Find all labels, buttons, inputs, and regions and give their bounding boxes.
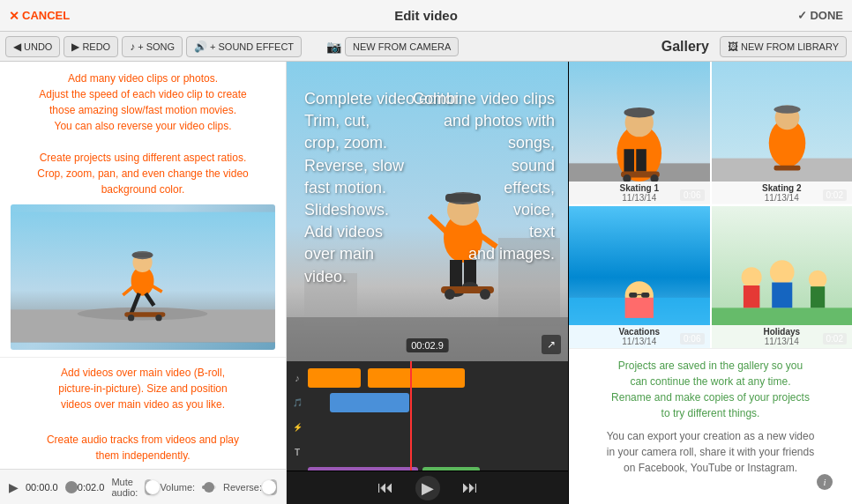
gallery-item-skating1[interactable]: 0:06 Skating 1 11/13/14 — [569, 62, 710, 204]
gallery-name-vacations: Vacations — [572, 327, 706, 337]
svg-rect-37 — [636, 149, 646, 171]
gallery-date-skating2: 11/13/14 — [715, 193, 849, 203]
library-icon: 🖼 — [728, 41, 738, 53]
gallery-caption-vacations: Vacations 11/13/14 — [569, 325, 710, 348]
svg-point-10 — [128, 315, 134, 321]
timeline-area: ♪ 🎵 ⚡ — [287, 361, 568, 504]
cancel-x-icon: ✕ — [9, 9, 19, 23]
clip-1-1[interactable] — [308, 368, 361, 388]
play-icon: ▶ — [9, 480, 19, 494]
gallery-date-skating1: 11/13/14 — [572, 193, 706, 203]
svg-rect-57 — [743, 285, 759, 307]
track-3-icon: ⚡ — [287, 423, 308, 432]
gallery-date-vacations: 11/13/14 — [572, 337, 706, 346]
left-bottom-description: Add videos over main video (B-roll, pict… — [11, 365, 275, 463]
video-background: Complete video editor. Trim, cut,crop, z… — [287, 62, 568, 361]
track-1-content[interactable] — [308, 368, 568, 388]
playhead[interactable] — [410, 361, 412, 471]
svg-point-30 — [480, 289, 490, 300]
video-timecode: 00:02.9 — [406, 338, 449, 352]
audio-progress-thumb[interactable] — [65, 481, 78, 493]
track-3-content[interactable] — [308, 418, 568, 437]
svg-point-56 — [741, 267, 761, 287]
left-bottom: Add videos over main video (B-roll, pict… — [0, 357, 286, 469]
gallery-name-holidays: Holidays — [715, 327, 849, 337]
sound-effect-label: + SOUND EFFECT — [210, 41, 294, 52]
undo-icon: ◀ — [13, 41, 21, 53]
volume-thumb[interactable] — [204, 482, 214, 493]
top-bar-left: ✕ CANCEL — [0, 9, 70, 23]
clip-5-2[interactable] — [422, 467, 480, 471]
play-pause-button[interactable]: ▶ — [415, 476, 440, 500]
timeline-tracks: ♪ 🎵 ⚡ — [287, 361, 568, 471]
gallery-item-vacations[interactable]: 0:06 Vacations 11/13/14 — [569, 206, 710, 349]
info-icon[interactable]: i — [817, 474, 833, 490]
clip-5-1[interactable] — [308, 467, 418, 471]
gallery-desc-green: Projects are saved in the gallery so you… — [581, 358, 840, 421]
track-4-icon: T — [287, 448, 308, 457]
track-2-content[interactable] — [308, 393, 568, 412]
new-from-library-button[interactable]: 🖼 NEW FROM LIBRARY — [720, 36, 847, 57]
add-sound-effect-button[interactable]: 🔊 + SOUND EFFECT — [186, 36, 302, 57]
new-from-camera-button[interactable]: NEW FROM CAMERA — [345, 37, 459, 56]
redo-icon: ▶ — [71, 41, 79, 53]
left-skater-image — [11, 204, 275, 350]
track-row-4: T — [287, 441, 568, 463]
toolbar: ◀ UNDO ▶ REDO ♪ + SONG 🔊 + SOUND EFFECT … — [0, 32, 852, 62]
gallery-item-holidays[interactable]: 0:02 Holidays 11/13/14 — [712, 206, 853, 349]
clip-2-1[interactable] — [330, 393, 409, 412]
svg-rect-6 — [132, 253, 152, 258]
go-to-end-button[interactable]: ⏭ — [458, 476, 482, 500]
left-description-1: Add many video clips or photos. Adjust t… — [11, 70, 275, 197]
gallery-name-skating2: Skating 2 — [715, 183, 849, 193]
redo-label: REDO — [82, 41, 110, 52]
track-row-2: 🎵 — [287, 391, 568, 414]
go-to-start-button[interactable]: ⏮ — [373, 476, 398, 500]
svg-point-60 — [808, 270, 826, 288]
svg-rect-59 — [772, 282, 792, 308]
track-4-content[interactable] — [308, 442, 568, 462]
gallery-caption-holidays: Holidays 11/13/14 — [712, 325, 853, 348]
track-row-3: ⚡ — [287, 416, 568, 439]
svg-point-35 — [624, 107, 654, 118]
gallery-title: Gallery — [661, 39, 709, 55]
volume-slider[interactable] — [202, 485, 216, 489]
svg-rect-52 — [641, 293, 649, 298]
left-panel: Add many video clips or photos. Adjust t… — [0, 62, 287, 504]
page-title: Edit video — [70, 8, 782, 23]
audio-controls: ▶ 00:00.0 00:02.0 Mute audio: Volume: Re… — [0, 469, 286, 504]
middle-panel: Complete video editor. Trim, cut,crop, z… — [287, 62, 569, 504]
top-bar-right: ✓ DONE — [782, 9, 852, 22]
mute-toggle[interactable] — [145, 479, 153, 495]
volume-label: Volume: — [160, 482, 195, 493]
cancel-label: CANCEL — [22, 9, 70, 22]
track-5-content[interactable] — [308, 467, 568, 471]
speaker-icon: 🔊 — [194, 41, 207, 53]
gallery-item-skating2[interactable]: 0:02 Skating 2 11/13/14 — [712, 62, 853, 204]
audio-time-start: 00:00.0 — [26, 482, 58, 493]
done-button[interactable]: ✓ DONE — [797, 9, 843, 22]
svg-point-45 — [774, 106, 800, 114]
svg-point-11 — [155, 315, 161, 321]
undo-button[interactable]: ◀ UNDO — [5, 36, 60, 57]
gallery-desc-gray: You can export your creation as a new vi… — [581, 428, 840, 476]
main-content: Add many video clips or photos. Adjust t… — [0, 62, 852, 504]
track-row-1: ♪ — [287, 367, 568, 389]
add-song-button[interactable]: ♪ + SONG — [122, 36, 183, 57]
audio-play-button[interactable]: ▶ — [9, 480, 19, 494]
svg-point-58 — [769, 260, 794, 285]
done-label: DONE — [810, 9, 843, 22]
mute-audio-label: Mute audio: — [111, 477, 138, 498]
right-panel: 0:06 Skating 1 11/13/14 — [569, 62, 852, 504]
svg-rect-51 — [629, 293, 637, 298]
gallery-grid: 0:06 Skating 1 11/13/14 — [569, 62, 852, 348]
camera-icon: 📷 — [326, 40, 341, 54]
done-check-icon: ✓ — [797, 9, 807, 22]
reverse-toggle[interactable] — [269, 479, 277, 495]
redo-button[interactable]: ▶ REDO — [64, 36, 118, 57]
gallery-caption-skating1: Skating 1 11/13/14 — [569, 182, 710, 204]
cancel-button[interactable]: ✕ CANCEL — [9, 9, 70, 23]
clip-1-2[interactable] — [368, 368, 465, 388]
export-icon[interactable]: ↗ — [542, 335, 561, 354]
top-bar: ✕ CANCEL Edit video ✓ DONE — [0, 0, 852, 32]
